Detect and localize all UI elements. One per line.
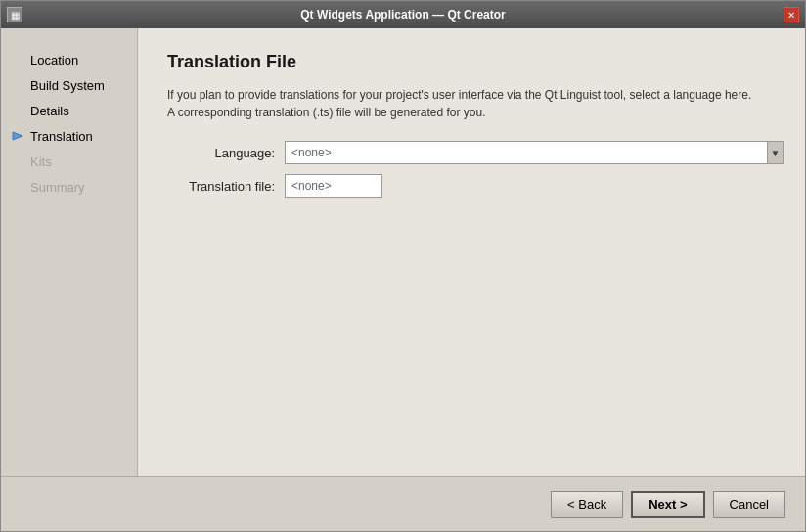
sidebar-label-translation: Translation <box>30 129 93 144</box>
sidebar-label-summary: Summary <box>30 180 85 195</box>
details-arrow <box>11 103 26 118</box>
language-dropdown-arrow[interactable]: ▼ <box>767 142 783 163</box>
translation-file-row: Translation file: <none> <box>167 174 784 198</box>
language-label: Language: <box>167 146 285 160</box>
translation-arrow <box>11 128 26 144</box>
sidebar-label-location: Location <box>30 53 78 67</box>
translation-file-value: <none> <box>291 179 332 193</box>
close-button[interactable]: ✕ <box>784 7 799 22</box>
back-button[interactable]: < Back <box>551 491 623 518</box>
title-bar: ▦ Qt Widgets Application — Qt Creator ✕ <box>1 1 805 28</box>
cancel-button[interactable]: Cancel <box>713 491 785 518</box>
location-arrow <box>11 52 26 67</box>
build-system-arrow <box>11 77 26 93</box>
kits-arrow <box>11 154 26 169</box>
main-window: ▦ Qt Widgets Application — Qt Creator ✕ … <box>0 0 806 532</box>
language-select[interactable]: <none> ▼ <box>285 141 784 164</box>
window-icon: ▦ <box>7 7 22 22</box>
language-row: Language: <none> ▼ <box>167 141 784 164</box>
title-bar-title: Qt Widgets Application — Qt Creator <box>22 8 784 22</box>
sidebar-item-build-system[interactable]: Build System <box>1 73 137 97</box>
translation-file-label: Translation file: <box>167 179 285 194</box>
sidebar-item-kits: Kits <box>1 150 137 173</box>
sidebar-item-translation[interactable]: Translation <box>1 124 137 148</box>
sidebar-label-build-system: Build System <box>30 78 105 93</box>
window-body: Location Build System Details Translatio… <box>1 28 805 476</box>
translation-file-input[interactable]: <none> <box>285 174 382 198</box>
sidebar-item-location[interactable]: Location <box>1 48 137 71</box>
svg-marker-0 <box>13 132 22 140</box>
sidebar: Location Build System Details Translatio… <box>1 28 138 476</box>
sidebar-item-summary: Summary <box>1 175 137 199</box>
sidebar-label-kits: Kits <box>30 155 52 169</box>
language-select-value: <none> <box>291 146 767 159</box>
next-button[interactable]: Next > <box>631 491 704 518</box>
page-title: Translation File <box>167 52 784 72</box>
description-text: If you plan to provide translations for … <box>167 86 754 121</box>
main-content: Translation File If you plan to provide … <box>138 28 805 476</box>
sidebar-label-details: Details <box>30 104 69 118</box>
summary-arrow <box>11 179 26 195</box>
sidebar-item-details[interactable]: Details <box>1 99 137 122</box>
footer: < Back Next > Cancel <box>1 476 805 531</box>
